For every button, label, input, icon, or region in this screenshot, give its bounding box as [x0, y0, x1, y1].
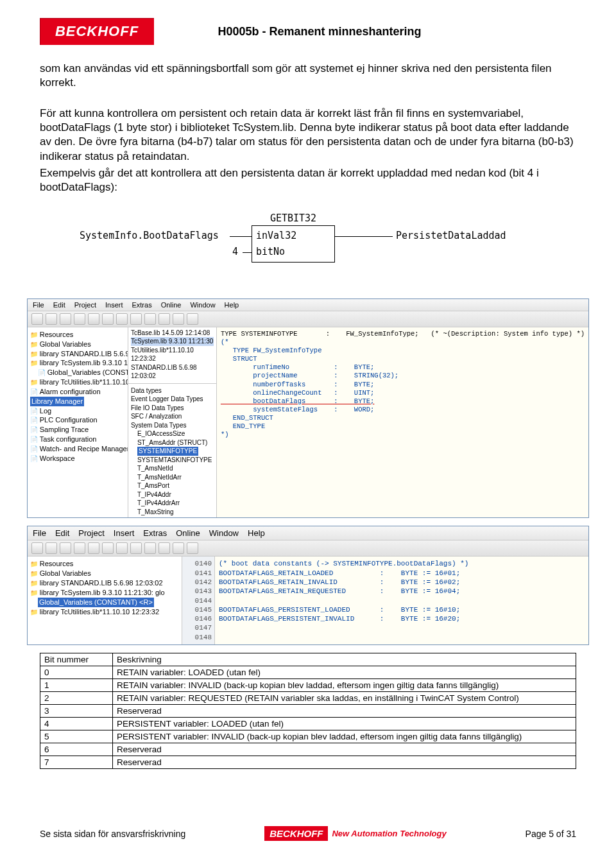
- tree-item[interactable]: Global Variables: [30, 569, 179, 578]
- toolbar-button[interactable]: [46, 313, 57, 325]
- menubar: File Edit Project Insert Extras Online W…: [28, 526, 588, 540]
- tree-item[interactable]: library TcUtilities.lib*11.10.10 12:23:3…: [30, 607, 179, 617]
- footer-logo: BECKHOFF New Automation Technology: [264, 826, 446, 841]
- tree-item[interactable]: Global_Variables (CONSTANT) <R>: [30, 368, 125, 377]
- fb-title: GETBIT32: [252, 212, 335, 224]
- fb-port-in1: inVal32: [256, 230, 296, 241]
- type-item[interactable]: T_AmsNetId: [131, 464, 214, 473]
- tree-item-selected[interactable]: Global_Variables (CONSTANT) <R>: [38, 598, 154, 607]
- table-row: 6Reserverad: [40, 743, 576, 756]
- tree-item[interactable]: Sampling Trace: [30, 425, 125, 435]
- menu-item[interactable]: Project: [74, 301, 96, 309]
- menu-item[interactable]: Help: [225, 301, 239, 309]
- tree-root[interactable]: Resources: [30, 330, 125, 340]
- toolbar-button[interactable]: [102, 542, 114, 554]
- tree-item[interactable]: library TcSystem.lib 9.3.10 11:21:30: gl…: [30, 588, 179, 598]
- menu-item[interactable]: File: [33, 301, 44, 309]
- menu-item[interactable]: Online: [161, 301, 182, 309]
- resource-tree[interactable]: Resources Global Variables library STAND…: [28, 327, 128, 518]
- type-item-selected[interactable]: SYSTEMINFOTYPE: [137, 447, 198, 456]
- tree-root[interactable]: Resources: [30, 559, 179, 569]
- tree-item-selected[interactable]: Library Manager: [30, 397, 84, 406]
- toolbar: [28, 540, 588, 557]
- toolbar-button[interactable]: [31, 313, 43, 325]
- tree-item[interactable]: Alarm configuration: [30, 387, 125, 397]
- table-row: 0RETAIN variabler: LOADED (utan fel): [40, 666, 576, 679]
- toolbar-button[interactable]: [116, 313, 128, 325]
- type-item[interactable]: T_AmsNetIdArr: [131, 473, 214, 482]
- tree-item[interactable]: library TcUtilities.lib*11.10.10 12:23:3…: [30, 377, 125, 387]
- menu-item[interactable]: Window: [209, 528, 239, 538]
- tree-item[interactable]: library TcSystem.lib 9.3.10 11:21:30: gl…: [30, 358, 125, 368]
- toolbar-button[interactable]: [144, 313, 156, 325]
- toolbar-button[interactable]: [116, 542, 128, 554]
- table-row: 2RETAIN variabler: REQUESTED (RETAIN var…: [40, 692, 576, 705]
- toolbar-button[interactable]: [102, 313, 114, 325]
- type-item[interactable]: ST_AmsAddr (STRUCT): [131, 438, 214, 447]
- ide-screenshot-2: File Edit Project Insert Extras Online W…: [27, 526, 589, 645]
- lib-item[interactable]: STANDARD.LIB 5.6.98 12:03:02: [131, 363, 214, 381]
- line-number-gutter: 0140 0141 0142 0143 0144 0145 0146 0147 …: [182, 557, 215, 644]
- type-group[interactable]: System Data Types: [131, 421, 214, 430]
- lib-item[interactable]: TcBase.lib 14.5.09 12:14:08: [131, 329, 214, 338]
- menu-item[interactable]: Extras: [132, 301, 151, 309]
- type-group[interactable]: File IO Data Types: [131, 404, 214, 413]
- menu-item[interactable]: Edit: [55, 528, 69, 538]
- lib-item[interactable]: TcSystem.lib 9.3.10 11:21:30: [131, 337, 214, 346]
- menu-item[interactable]: Window: [190, 301, 215, 309]
- toolbar-button[interactable]: [74, 542, 85, 554]
- type-item[interactable]: SYSTEMTASKINFOTYPE: [131, 456, 214, 465]
- toolbar-button[interactable]: [158, 542, 170, 554]
- tree-item[interactable]: library STANDARD.LIB 5.6.98 12:03:02: [30, 349, 125, 359]
- toolbar-button[interactable]: [130, 542, 142, 554]
- toolbar-button[interactable]: [60, 542, 71, 554]
- menu-item[interactable]: Online: [176, 528, 200, 538]
- type-group[interactable]: SFC / Analyzation: [131, 412, 214, 421]
- type-item[interactable]: T_IPv4AddrArr: [131, 499, 214, 508]
- tree-item[interactable]: Global Variables: [30, 340, 125, 349]
- menu-item[interactable]: Help: [248, 528, 265, 538]
- menu-item[interactable]: Insert: [114, 528, 135, 538]
- toolbar-button[interactable]: [88, 542, 99, 554]
- page-title: H0005b - Remanent minneshantering: [63, 25, 576, 39]
- tree-item[interactable]: Log: [30, 406, 125, 416]
- type-item[interactable]: T_IPv4Addr: [131, 490, 214, 499]
- type-item[interactable]: T_AmsPort: [131, 481, 214, 490]
- toolbar-button[interactable]: [60, 313, 71, 325]
- library-list[interactable]: TcBase.lib 14.5.09 12:14:08 TcSystem.lib…: [128, 327, 217, 518]
- lib-item[interactable]: TcUtilities.lib*11.10.10 12:23:32: [131, 346, 214, 363]
- ide-screenshot-1: File Edit Project Insert Extras Online W…: [27, 298, 589, 519]
- toolbar-button[interactable]: [130, 313, 142, 325]
- type-item[interactable]: E_IOAccessSize: [131, 429, 214, 438]
- toolbar-button[interactable]: [187, 313, 198, 325]
- menu-item[interactable]: Insert: [105, 301, 123, 309]
- fb-input-var-1: SystemInfo.BootDataFlags: [80, 230, 219, 241]
- toolbar-button[interactable]: [173, 313, 184, 325]
- toolbar-button[interactable]: [173, 542, 184, 554]
- resource-tree[interactable]: Resources Global Variables library STAND…: [28, 557, 182, 644]
- paragraph-2: För att kunna kontrollera om persistent …: [40, 107, 576, 163]
- menu-item[interactable]: Project: [78, 528, 104, 538]
- toolbar-button[interactable]: [74, 313, 85, 325]
- toolbar-button[interactable]: [144, 542, 156, 554]
- toolbar-button[interactable]: [31, 542, 43, 554]
- tree-item[interactable]: Workspace: [30, 454, 125, 463]
- toolbar-button[interactable]: [187, 542, 198, 554]
- tree-item[interactable]: library STANDARD.LIB 5.6.98 12:03:02: [30, 578, 179, 588]
- type-group[interactable]: Event Logger Data Types: [131, 395, 214, 404]
- tree-item[interactable]: Task configuration: [30, 435, 125, 444]
- toolbar-button[interactable]: [88, 313, 99, 325]
- menu-item[interactable]: Extras: [143, 528, 167, 538]
- tree-item[interactable]: Watch- and Recipe Manager: [30, 444, 125, 454]
- footer-left: Se sista sidan för ansvarsfriskrivning: [40, 829, 185, 839]
- toolbar-button[interactable]: [158, 313, 170, 325]
- type-item[interactable]: T_MaxString: [131, 508, 214, 517]
- type-group[interactable]: Data types: [131, 386, 214, 395]
- toolbar-button[interactable]: [46, 542, 57, 554]
- tree-item[interactable]: PLC Configuration: [30, 415, 125, 425]
- menu-item[interactable]: Edit: [53, 301, 65, 309]
- menu-item[interactable]: File: [33, 528, 46, 538]
- table-row: 7Reserverad: [40, 756, 576, 769]
- fb-output-var: PersistetDataLaddad: [396, 230, 506, 241]
- menubar: File Edit Project Insert Extras Online W…: [28, 299, 588, 311]
